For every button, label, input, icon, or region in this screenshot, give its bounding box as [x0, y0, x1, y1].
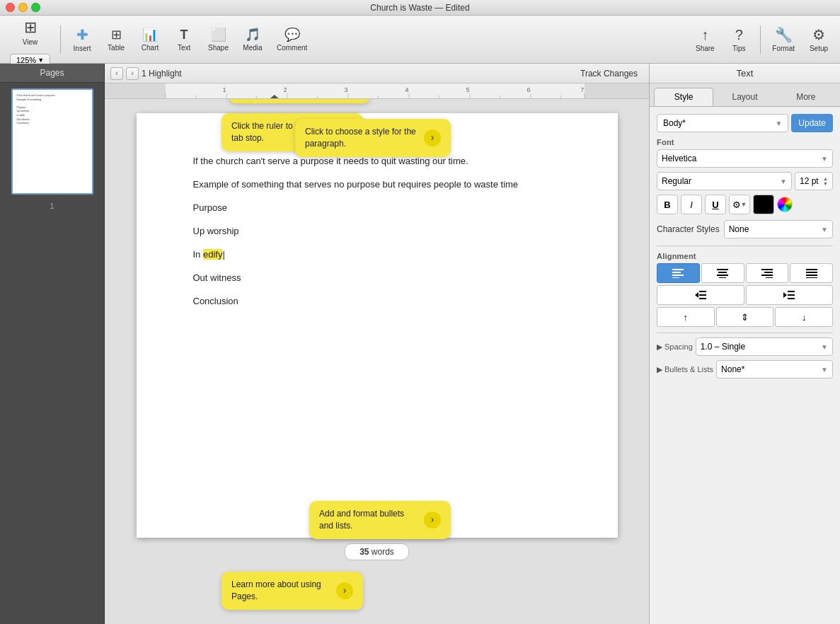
track-prev-button[interactable]: ‹ [110, 67, 123, 80]
view-button[interactable]: ⊞ View [13, 13, 48, 52]
svg-rect-34 [761, 269, 773, 270]
valign-top-button[interactable]: ↑ [657, 307, 715, 327]
view-zoom-group: ⊞ View 125% ▼ [6, 10, 54, 69]
share-button[interactable]: ↑ Share [689, 20, 720, 59]
svg-rect-32 [717, 275, 728, 276]
svg-text:1: 1 [222, 86, 226, 93]
tips-label: Tips [732, 45, 746, 52]
font-section-label: Font [657, 138, 833, 146]
bullets-triangle-icon: ▶ [657, 365, 662, 374]
align-justify-icon [806, 268, 817, 278]
chart-button[interactable]: 📊 Chart [134, 20, 166, 59]
right-panel-tabs: Style Layout More [650, 83, 840, 107]
svg-marker-42 [695, 292, 698, 298]
table-button[interactable]: ⊞ Table [100, 20, 132, 59]
insert-label: Insert [74, 45, 91, 52]
char-styles-select[interactable]: None ▼ [724, 220, 833, 238]
tab-style[interactable]: Style [654, 88, 713, 106]
maximize-button[interactable] [31, 3, 40, 12]
spacing-toggle[interactable]: ▶ Spacing [657, 342, 693, 352]
text-button[interactable]: T Text [168, 20, 200, 59]
paragraph-tooltip: Click to choose a style for the paragrap… [295, 119, 451, 157]
page-number: 1 [0, 202, 104, 210]
indent-decrease-button[interactable] [657, 285, 744, 305]
svg-rect-40 [806, 275, 817, 276]
svg-rect-43 [699, 291, 706, 292]
character-styles-row: Character Styles None ▼ [657, 220, 833, 238]
minimize-button[interactable] [18, 3, 28, 12]
valign-middle-button[interactable]: ⇕ [716, 307, 774, 327]
document-page[interactable]: If the church can't serve a purpose it n… [137, 113, 618, 538]
format-button[interactable]: 🔧 Format [766, 20, 800, 59]
update-button[interactable]: Update [791, 114, 833, 132]
underline-button[interactable]: U [705, 195, 726, 214]
format-icon: 🔧 [775, 26, 793, 43]
comment-icon: 💬 [284, 27, 300, 42]
spacing-triangle-icon: ▶ [657, 342, 662, 352]
page-thumbnail-1[interactable]: If the church can't serve a purpose... E… [11, 88, 93, 195]
ruler[interactable]: 1 2 3 4 5 6 7 [105, 83, 649, 99]
bullets-toggle[interactable]: ▶ Bullets & Lists [657, 365, 713, 374]
svg-rect-49 [788, 298, 795, 299]
text-options-button[interactable]: ⚙ ▼ [729, 195, 750, 214]
italic-button[interactable]: I [681, 195, 702, 214]
tab-layout[interactable]: Layout [715, 88, 774, 106]
bullets-select[interactable]: None* ▼ [716, 360, 833, 379]
align-justify-button[interactable] [790, 263, 833, 283]
tab-more[interactable]: More [776, 88, 836, 106]
share-icon: ↑ [701, 27, 708, 43]
word-count-label: words [372, 547, 394, 557]
window-controls[interactable] [6, 3, 40, 12]
bold-button[interactable]: B [657, 195, 678, 214]
track-next-button[interactable]: › [126, 67, 139, 80]
right-panel-header: Text [650, 64, 840, 83]
svg-rect-26 [672, 269, 684, 270]
tips-button[interactable]: ? Tips [723, 20, 754, 59]
color-wheel-button[interactable] [777, 197, 793, 212]
learn-tooltip-arrow[interactable]: › [336, 582, 353, 599]
text-color-swatch[interactable] [753, 195, 774, 214]
doc-line-4: Up worship [193, 226, 561, 236]
setup-label: Setup [810, 45, 828, 52]
align-center-button[interactable] [701, 263, 744, 283]
paragraph-tooltip-arrow[interactable]: › [424, 129, 441, 146]
spacing-select[interactable]: 1.0 – Single ▼ [696, 337, 833, 356]
align-left-button[interactable] [657, 263, 700, 283]
spacing-label: Spacing [664, 342, 693, 351]
media-label: Media [243, 44, 262, 52]
font-style-select[interactable]: Regular ▼ [657, 172, 792, 190]
share-label: Share [696, 45, 715, 52]
edify-highlight: edify [203, 249, 222, 260]
close-button[interactable] [6, 3, 15, 12]
svg-rect-33 [719, 277, 726, 278]
font-size-stepper[interactable]: ▲▼ [823, 176, 828, 186]
table-label: Table [108, 44, 125, 52]
bullets-tooltip-arrow[interactable]: › [424, 512, 441, 528]
insert-tooltip: Add page numbers, breaks, links, and mor… [229, 99, 370, 103]
gear-icon: ⚙ [732, 200, 741, 210]
learn-tooltip: Learn more about using Pages. › [221, 572, 363, 610]
svg-marker-46 [783, 292, 787, 298]
paragraph-style-select[interactable]: Body* ▼ [657, 114, 788, 132]
svg-rect-39 [806, 272, 817, 273]
insert-button[interactable]: ✚ Insert [67, 20, 98, 59]
align-right-button[interactable] [746, 263, 789, 283]
svg-text:2: 2 [283, 86, 287, 93]
indent-increase-button[interactable] [746, 285, 834, 305]
page-scroll[interactable]: Click the ruler to place a tab stop. › C… [105, 99, 649, 624]
setup-button[interactable]: ⚙ Setup [803, 20, 834, 59]
track-changes-label: Track Changes [580, 69, 638, 79]
valign-bottom-button[interactable]: ↓ [775, 307, 833, 327]
text-icon: T [180, 28, 188, 42]
font-name-select[interactable]: Helvetica ▼ [657, 149, 833, 168]
media-icon: 🎵 [245, 27, 260, 42]
comment-button[interactable]: 💬 Comment [271, 20, 313, 59]
font-size-input[interactable]: 12 pt ▲▼ [795, 172, 833, 190]
svg-rect-27 [672, 272, 681, 273]
svg-text:5: 5 [466, 86, 469, 93]
shape-button[interactable]: ⬜ Shape [202, 20, 234, 59]
paragraph-style-row: Body* ▼ Update [657, 114, 833, 132]
svg-rect-38 [806, 269, 817, 270]
svg-rect-36 [761, 275, 773, 276]
media-button[interactable]: 🎵 Media [237, 20, 268, 59]
